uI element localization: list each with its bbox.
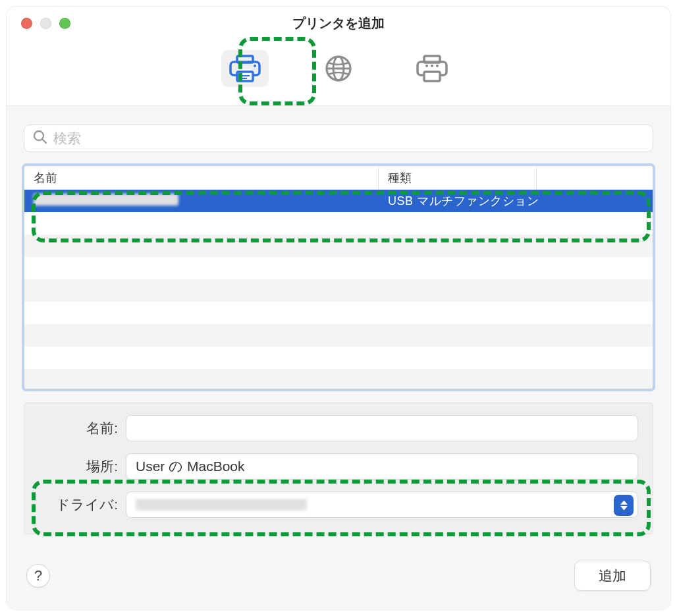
svg-point-14 [436,65,439,67]
row-kind-cell: USB マルチファンクション [379,193,653,209]
svg-point-5 [254,65,256,67]
printer-list: 名前 種類 USB マルチファンクション [24,165,653,389]
svg-rect-10 [424,56,440,63]
list-body: USB マルチファンクション [24,190,653,389]
minimize-button[interactable] [40,18,51,29]
form-row-location: 場所: [39,453,638,480]
list-row-empty [24,279,653,302]
close-button[interactable] [21,18,32,29]
driver-label: ドライバ: [39,495,126,514]
titlebar: プリンタを追加 [7,7,670,40]
zoom-button[interactable] [59,18,70,29]
form-row-name: 名前: [39,415,638,441]
row-name-cell [24,194,379,209]
svg-line-16 [43,140,47,144]
list-row-empty [24,369,653,389]
svg-point-12 [425,65,428,67]
search-wrap [24,125,653,152]
redacted-text [34,194,178,206]
column-header-kind[interactable]: 種類 [379,166,537,189]
location-field[interactable] [126,453,638,480]
select-stepper-icon [614,495,634,516]
list-row[interactable]: USB マルチファンクション [24,190,653,212]
redacted-text [136,499,307,511]
list-row-empty [24,235,653,257]
advanced-printer-icon [416,55,448,82]
printer-icon [229,55,261,82]
list-header: 名前 種類 [24,166,653,190]
window-title: プリンタを追加 [7,14,670,32]
search-input[interactable] [24,125,653,152]
tab-default[interactable] [221,50,269,87]
column-header-blank [537,166,653,189]
footer: ? 追加 [7,550,670,609]
list-row-empty [24,212,653,235]
svg-rect-11 [424,72,440,81]
globe-icon [325,55,352,82]
column-header-name[interactable]: 名前 [24,166,379,189]
tab-windows[interactable] [408,50,456,87]
toolbar-tabs [7,40,670,105]
svg-rect-1 [237,56,253,63]
svg-point-13 [431,65,433,67]
list-row-empty [24,347,653,369]
location-label: 場所: [39,457,126,476]
search-icon [33,130,47,147]
list-row-empty [24,324,653,347]
traffic-lights [7,18,70,29]
printer-form: 名前: 場所: ドライバ: [24,403,653,534]
help-button[interactable]: ? [26,564,50,588]
name-label: 名前: [39,419,126,437]
content-area: 名前 種類 USB マルチファンクション [7,105,670,609]
name-field[interactable] [126,415,638,441]
list-row-empty [24,302,653,324]
driver-select[interactable] [126,491,638,518]
list-row-empty [24,257,653,279]
form-row-driver: ドライバ: [39,491,638,518]
tab-ip[interactable] [315,50,362,87]
add-button[interactable]: 追加 [574,561,651,591]
add-printer-window: プリンタを追加 [7,7,670,609]
